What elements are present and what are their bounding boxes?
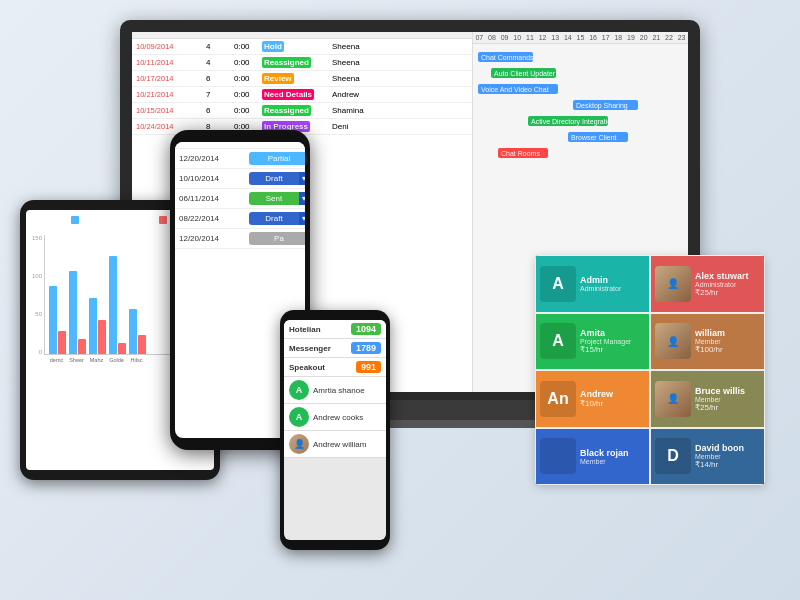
user-name: Andrew william [313,440,366,449]
user-item[interactable]: 👤 Andrew william [284,431,386,458]
team-cell[interactable]: 👤 william Member ₹100/hr [650,313,765,371]
task-est: 4 [204,57,232,68]
bar-blue [129,309,137,354]
task-est: 6 [204,105,232,116]
gantt-hour-label: 07 [473,34,486,41]
dropdown-arrow[interactable]: ▾ [299,192,305,205]
table-row: 10/09/2014 4 0:00 Hold Sheena [132,39,472,55]
invoice-rows: 12/20/2014Partial10/10/2014Draft▾06/11/2… [175,149,305,249]
gantt-bar: Browser Client [568,132,628,142]
y-axis-labels: 150 100 50 0 [32,235,44,355]
invoice-date: 08/22/2014 [179,214,249,223]
team-member-role: Member [580,458,645,465]
dropdown-arrow[interactable]: ▾ [299,172,305,185]
gantt-hour-label: 08 [486,34,499,41]
invoice-date: 12/20/2014 [179,154,249,163]
user-item[interactable]: A Amrtia shanoe [284,377,386,404]
partial-button[interactable]: Partial [249,152,305,165]
phone-small: Hotelian 1094 Messenger 1789 Speakout 99… [280,310,390,550]
y-label-0: 0 [39,349,42,355]
bar-label: Golde [108,357,125,363]
invoice-row: 06/11/2014Sent▾ [175,189,305,209]
gantt-hour-label: 20 [637,34,650,41]
gantt-hour-label: 16 [587,34,600,41]
task-date: 10/15/2014 [134,105,204,116]
team-cell[interactable]: 👤 Alex stuwart Administrator ₹25/hr [650,255,765,313]
y-label-100: 100 [32,273,42,279]
task-assignee: Andrew [330,89,382,100]
bar-red [78,339,86,354]
draft-button[interactable]: Draft [249,172,299,185]
user-list: A Amrtia shanoe A Andrew cooks 👤 Andrew … [284,377,386,458]
app-item[interactable]: Messenger 1789 [284,339,386,358]
app-name: Hotelian [289,325,321,334]
task-rows-container: 10/09/2014 4 0:00 Hold Sheena 10/11/2014… [132,39,472,135]
split-button: Draft▾ [249,212,305,225]
col-actua [232,34,260,36]
team-cell[interactable]: A Amita Project Manager ₹15/hr [535,313,650,371]
invoice-row: 12/20/2014Pa [175,229,305,249]
col-assignee [330,34,382,36]
user-item[interactable]: A Andrew cooks [284,404,386,431]
team-cell[interactable]: An Andrew ₹10/hr [535,370,650,428]
team-member-info: Black rojan Member [580,448,645,465]
gantt-hour-label: 17 [599,34,612,41]
app-count: 1094 [351,323,381,335]
gantt-hour-label: 11 [524,34,537,41]
gantt-bar: Voice And Video Chat [478,84,558,94]
bar-blue [49,286,57,354]
team-cell[interactable]: A Admin Administrator [535,255,650,313]
task-status: Need Details [260,88,330,101]
col-finish-date [134,34,204,36]
status-badge: Hold [262,41,284,52]
invoice-row: 10/10/2014Draft▾ [175,169,305,189]
gantt-bar: Chat Commands [478,52,533,62]
team-member-rate: ₹15/hr [580,345,645,354]
team-member-info: Amita Project Manager ₹15/hr [580,328,645,354]
bar-label: Mahz [88,357,105,363]
team-member-name: william [695,328,760,338]
avatar: An [540,381,576,417]
non-billable-legend [159,216,169,225]
bar-red [138,335,146,354]
team-member-rate: ₹10/hr [580,399,645,408]
sent-main-button[interactable]: Sent [249,192,299,205]
gantt-hour-label: 14 [561,34,574,41]
task-assignee: Sheena [330,57,382,68]
pa-button[interactable]: Pa [249,232,305,245]
app-name: Messenger [289,344,331,353]
bar-group [49,286,66,354]
task-date: 10/09/2014 [134,41,204,52]
team-member-info: Admin Administrator [580,275,645,292]
team-member-name: Admin [580,275,645,285]
team-member-info: william Member ₹100/hr [695,328,760,354]
draft-button[interactable]: Draft [249,212,299,225]
app-item[interactable]: Hotelian 1094 [284,320,386,339]
task-status: Reassigned [260,56,330,69]
task-est: 7 [204,89,232,100]
user-avatar: A [289,407,309,427]
team-member-role: Member [695,453,760,460]
invoice-date: 10/10/2014 [179,174,249,183]
invoice-date: 06/11/2014 [179,194,249,203]
team-cell[interactable]: Black rojan Member [535,428,650,486]
task-est: 6 [204,73,232,84]
task-status: Review [260,72,330,85]
team-cell[interactable]: D David boon Member ₹14/hr [650,428,765,486]
dropdown-arrow[interactable]: ▾ [299,212,305,225]
team-member-rate: ₹100/hr [695,345,760,354]
status-badge: Need Details [262,89,314,100]
y-label-50: 50 [35,311,42,317]
status-badge: Reassigned [262,57,311,68]
phone-small-outer: Hotelian 1094 Messenger 1789 Speakout 99… [280,310,390,550]
team-cell[interactable]: 👤 Bruce willis Member ₹25/hr [650,370,765,428]
task-status: Hold [260,40,330,53]
gantt-hour-label: 22 [663,34,676,41]
user-name: Andrew cooks [313,413,363,422]
task-assignee: Deni [330,121,382,132]
app-item[interactable]: Speakout 991 [284,358,386,377]
bar-label: Sheer [68,357,85,363]
app-count: 991 [356,361,381,373]
task-assignee: Shamina [330,105,382,116]
sent-button: Sent▾ [249,192,305,205]
